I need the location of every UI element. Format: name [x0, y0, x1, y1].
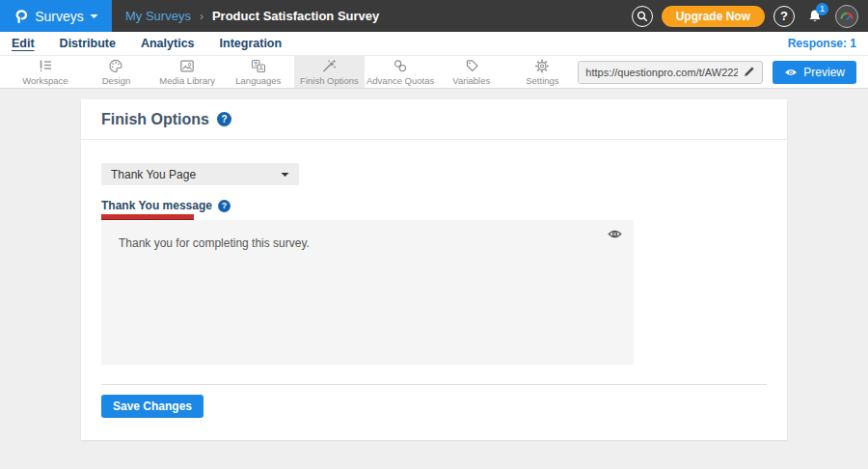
survey-url-box: [578, 61, 763, 84]
survey-url-input[interactable]: [585, 67, 738, 78]
thank-you-message-label: Thank You message: [101, 199, 212, 212]
survey-url-group: Preview: [578, 56, 856, 88]
toolbar-item-design[interactable]: Design: [81, 56, 152, 88]
preview-button[interactable]: Preview: [773, 61, 856, 84]
thank-you-message-editor[interactable]: Thank you for completing this survey.: [101, 220, 634, 365]
chevron-down-icon: [281, 172, 289, 178]
breadcrumb-separator: ›: [200, 10, 203, 23]
page-body: Finish Options ? Thank You Page Thank Yo…: [0, 89, 868, 469]
tab-distribute[interactable]: Distribute: [60, 37, 116, 50]
surveys-menu-label: Surveys: [35, 9, 84, 24]
breadcrumb-current-survey: Product Satisfaction Survey: [212, 9, 379, 23]
magic-wand-icon: [321, 59, 337, 73]
toolbar-label: Media Library: [159, 75, 215, 86]
breadcrumb: My Surveys › Product Satisfaction Survey: [125, 9, 379, 23]
editor-preview-eye-icon[interactable]: [608, 229, 622, 239]
tab-edit[interactable]: Edit: [12, 37, 35, 50]
toolbar-item-variables[interactable]: Variables: [436, 56, 507, 88]
svg-text:A: A: [258, 65, 263, 71]
annotation-underline: [101, 214, 194, 219]
tag-icon: [464, 59, 479, 73]
card-header: Finish Options ?: [81, 99, 787, 140]
breadcrumb-my-surveys[interactable]: My Surveys: [125, 9, 191, 23]
thank-you-message-label-row: Thank You message ?: [101, 199, 231, 212]
finish-type-select[interactable]: Thank You Page: [101, 163, 299, 185]
page-title: Finish Options: [101, 111, 209, 128]
chevron-down-icon: [90, 14, 98, 19]
save-changes-button[interactable]: Save Changes: [101, 395, 203, 418]
top-bar: Surveys My Surveys › Product Satisfactio…: [0, 0, 868, 32]
toolbar-item-finish-options[interactable]: Finish Options: [294, 56, 366, 88]
toolbar-label: Variables: [452, 75, 490, 86]
response-count[interactable]: Response: 1: [788, 37, 856, 50]
toolbar-label: Advance Quotas: [366, 75, 434, 86]
finish-type-value: Thank You Page: [111, 168, 196, 181]
surveys-menu-button[interactable]: Surveys: [0, 0, 112, 32]
toolbar-item-settings[interactable]: Settings: [507, 56, 579, 88]
divider: [101, 384, 767, 385]
notification-badge: 1: [816, 3, 828, 15]
edit-url-button[interactable]: [738, 66, 755, 78]
toolbar-item-workspace[interactable]: Workspace: [10, 56, 81, 88]
topbar-actions: Upgrade Now ? 1: [632, 5, 858, 28]
palette-icon: [108, 59, 123, 73]
edit-toolbar: Workspace Design Media Library: [0, 55, 868, 89]
toolbar-label: Languages: [235, 75, 281, 86]
preview-label: Preview: [803, 66, 845, 79]
toolbar-label: Settings: [526, 75, 558, 86]
survey-nav: Edit Distribute Analytics Integration Re…: [0, 32, 868, 55]
gear-icon: [534, 59, 550, 73]
finish-options-card: Finish Options ? Thank You Page Thank Yo…: [81, 99, 787, 440]
thank-you-message-text: Thank you for completing this survey.: [101, 220, 634, 266]
toolbar-item-media-library[interactable]: Media Library: [151, 56, 223, 88]
finish-options-help-icon[interactable]: ?: [217, 112, 231, 126]
tab-analytics[interactable]: Analytics: [141, 37, 195, 50]
user-avatar[interactable]: [835, 5, 858, 28]
translate-icon: A: [251, 59, 266, 73]
thank-you-message-help-icon[interactable]: ?: [218, 200, 231, 212]
help-button[interactable]: ?: [773, 6, 795, 27]
chain-links-icon: [393, 59, 408, 73]
upgrade-now-button[interactable]: Upgrade Now: [662, 6, 765, 27]
image-icon: [179, 59, 195, 73]
eye-icon: [784, 68, 798, 77]
workspace-icon: [38, 59, 53, 73]
tab-integration[interactable]: Integration: [220, 37, 283, 50]
toolbar-item-advance-quotas[interactable]: Advance Quotas: [365, 56, 436, 88]
gauge-avatar-icon: [839, 10, 854, 22]
toolbar-label: Design: [102, 75, 131, 86]
toolbar-label: Workspace: [22, 75, 68, 86]
questionpro-logo-icon: [14, 8, 29, 24]
toolbar-label: Finish Options: [300, 75, 359, 86]
search-icon: [637, 11, 648, 22]
search-button[interactable]: [632, 6, 653, 27]
help-icon: ?: [780, 10, 788, 22]
notifications-button[interactable]: 1: [803, 5, 827, 28]
toolbar-item-languages[interactable]: A Languages: [223, 56, 294, 88]
pencil-icon: [743, 66, 755, 78]
